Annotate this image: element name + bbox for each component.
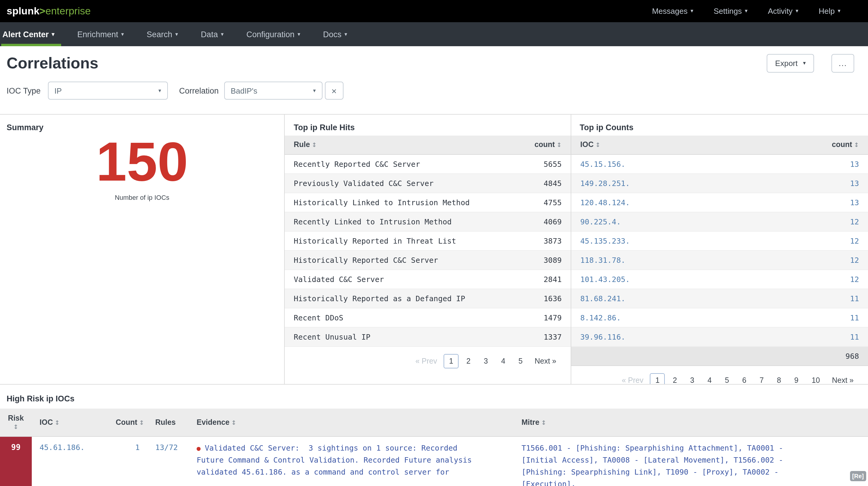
column-header-rules[interactable]: Rules xyxy=(148,409,189,436)
ioc-cell[interactable]: 118.31.78. xyxy=(571,250,749,269)
top-counts-row[interactable]: 90.225.4.12 xyxy=(571,212,868,231)
rule-count-cell[interactable]: 4845 xyxy=(519,173,571,193)
pagination-page-3[interactable]: 3 xyxy=(478,354,493,368)
rule-hits-row[interactable]: Recently Reported C&C Server5655 xyxy=(285,154,571,173)
pagination-page-1[interactable]: 1 xyxy=(443,354,459,368)
pagination-page-6[interactable]: 6 xyxy=(737,373,752,384)
menu-activity[interactable]: Activity ▾ xyxy=(768,7,798,16)
correlation-select[interactable]: BadIP's ▾ xyxy=(224,82,322,99)
rule-hits-row[interactable]: Validated C&C Server2841 xyxy=(285,269,571,289)
rule-count-cell[interactable]: 4755 xyxy=(519,193,571,212)
pagination-next[interactable]: Next » xyxy=(535,357,556,365)
top-counts-row[interactable]: 120.48.124.13 xyxy=(571,193,868,212)
export-button[interactable]: Export ▾ xyxy=(767,54,814,73)
ioc-cell[interactable]: 8.142.86. xyxy=(571,308,749,327)
top-counts-row[interactable]: 45.15.156.13 xyxy=(571,154,868,173)
ioc-count-cell[interactable]: 12 xyxy=(749,212,868,231)
nav-item-enrichment[interactable]: Enrichment ▾ xyxy=(66,22,135,46)
ioc-cell[interactable]: 45.15.156. xyxy=(571,154,749,173)
sort-icon[interactable]: ↕ xyxy=(55,420,60,426)
rule-count-cell[interactable]: 4069 xyxy=(519,212,571,231)
menu-settings[interactable]: Settings ▾ xyxy=(714,7,747,16)
rule-hits-row[interactable]: Historically Reported in Threat List3873 xyxy=(285,231,571,250)
top-counts-row[interactable]: 101.43.205.12 xyxy=(571,269,868,289)
sort-icon[interactable]: ↕ xyxy=(854,142,859,148)
ioc-cell[interactable]: 45.61.186. xyxy=(32,436,108,486)
top-counts-row[interactable]: 118.31.78.12 xyxy=(571,250,868,269)
menu-help[interactable]: Help ▾ xyxy=(818,7,840,16)
column-header-count[interactable]: count↕ xyxy=(749,136,868,154)
rule-name-cell[interactable]: Recent DDoS xyxy=(285,308,519,327)
pagination-page-10[interactable]: 10 xyxy=(806,373,826,384)
splunk-logo[interactable]: splunk>enterprise xyxy=(7,5,91,17)
sort-icon[interactable]: ↕ xyxy=(312,142,317,148)
rule-name-cell[interactable]: Historically Reported C&C Server xyxy=(285,250,519,269)
rule-name-cell[interactable]: Validated C&C Server xyxy=(285,269,519,289)
column-header-evidence[interactable]: Evidence↕ xyxy=(189,409,514,436)
sort-icon[interactable]: ↕ xyxy=(231,420,237,426)
ioc-count-cell[interactable]: 11 xyxy=(749,308,868,327)
ioc-cell[interactable]: 90.225.4. xyxy=(571,212,749,231)
ioc-cell[interactable]: 45.135.233. xyxy=(571,231,749,250)
ioc-type-select[interactable]: IP ▾ xyxy=(48,82,168,99)
rule-name-cell[interactable]: Historically Linked to Intrusion Method xyxy=(285,193,519,212)
column-header-mitre[interactable]: Mitre↕ xyxy=(514,409,868,436)
rule-name-cell[interactable]: Recent Unusual IP xyxy=(285,327,519,346)
rule-count-cell[interactable]: 1636 xyxy=(519,289,571,308)
ioc-count-cell[interactable]: 13 xyxy=(749,173,868,193)
ioc-count-cell[interactable]: 11 xyxy=(749,327,868,346)
rule-hits-row[interactable]: Recently Linked to Intrusion Method4069 xyxy=(285,212,571,231)
rule-hits-row[interactable]: Historically Linked to Intrusion Method4… xyxy=(285,193,571,212)
top-counts-row[interactable]: 39.96.116.11 xyxy=(571,327,868,346)
ioc-cell[interactable]: 39.96.116. xyxy=(571,327,749,346)
rule-hits-row[interactable]: Recent Unusual IP1337 xyxy=(285,327,571,346)
pagination-page-9[interactable]: 9 xyxy=(789,373,804,384)
ioc-cell[interactable]: 149.28.251. xyxy=(571,173,749,193)
count-cell[interactable]: 1 xyxy=(108,436,148,486)
pagination-page-7[interactable]: 7 xyxy=(754,373,769,384)
pagination-page-2[interactable]: 2 xyxy=(461,354,476,368)
rule-count-cell[interactable]: 1479 xyxy=(519,308,571,327)
rule-name-cell[interactable]: Recently Linked to Intrusion Method xyxy=(285,212,519,231)
rule-name-cell[interactable]: Previously Validated C&C Server xyxy=(285,173,519,193)
pagination-page-5[interactable]: 5 xyxy=(719,373,734,384)
pagination-page-1[interactable]: 1 xyxy=(650,373,665,384)
pagination-page-2[interactable]: 2 xyxy=(668,373,682,384)
rule-count-cell[interactable]: 3089 xyxy=(519,250,571,269)
rule-hits-row[interactable]: Previously Validated C&C Server4845 xyxy=(285,173,571,193)
rule-count-cell[interactable]: 2841 xyxy=(519,269,571,289)
nav-item-search[interactable]: Search ▾ xyxy=(135,22,189,46)
pagination-page-5[interactable]: 5 xyxy=(513,354,528,368)
column-header-rule[interactable]: Rule↕ xyxy=(285,136,519,154)
top-counts-row[interactable]: 45.135.233.12 xyxy=(571,231,868,250)
nav-item-alert-center[interactable]: Alert Center ▾ xyxy=(1,22,66,46)
column-header-ioc[interactable]: IOC↕ xyxy=(571,136,749,154)
top-counts-row[interactable]: 149.28.251.13 xyxy=(571,173,868,193)
ioc-cell[interactable]: 101.43.205. xyxy=(571,269,749,289)
ioc-cell[interactable]: 81.68.241. xyxy=(571,289,749,308)
ioc-cell[interactable]: 120.48.124. xyxy=(571,193,749,212)
rule-hits-row[interactable]: Historically Reported as a Defanged IP16… xyxy=(285,289,571,308)
rules-cell[interactable]: 13/72 xyxy=(148,436,189,486)
ioc-count-cell[interactable]: 12 xyxy=(749,269,868,289)
column-header-risk[interactable]: Risk ↕ xyxy=(0,409,32,436)
rule-count-cell[interactable]: 5655 xyxy=(519,154,571,173)
menu-messages[interactable]: Messages ▾ xyxy=(652,7,693,16)
sort-icon[interactable]: ↕ xyxy=(541,420,547,426)
sort-icon[interactable]: ↕ xyxy=(595,142,600,148)
clear-correlation-button[interactable]: × xyxy=(325,82,343,99)
rule-hits-row[interactable]: Historically Reported C&C Server3089 xyxy=(285,250,571,269)
pagination-page-4[interactable]: 4 xyxy=(496,354,511,368)
column-header-ioc[interactable]: IOC↕ xyxy=(32,409,108,436)
column-header-count[interactable]: count↕ xyxy=(519,136,571,154)
rule-name-cell[interactable]: Historically Reported as a Defanged IP xyxy=(285,289,519,308)
sort-icon[interactable]: ↕ xyxy=(139,420,144,426)
rule-name-cell[interactable]: Recently Reported C&C Server xyxy=(285,154,519,173)
pagination-page-3[interactable]: 3 xyxy=(685,373,700,384)
nav-item-docs[interactable]: Docs ▾ xyxy=(312,22,359,46)
pagination-page-4[interactable]: 4 xyxy=(702,373,717,384)
ioc-count-cell[interactable]: 11 xyxy=(749,289,868,308)
nav-item-configuration[interactable]: Configuration ▾ xyxy=(235,22,312,46)
rule-hits-row[interactable]: Recent DDoS1479 xyxy=(285,308,571,327)
pagination-next[interactable]: Next » xyxy=(832,376,854,384)
